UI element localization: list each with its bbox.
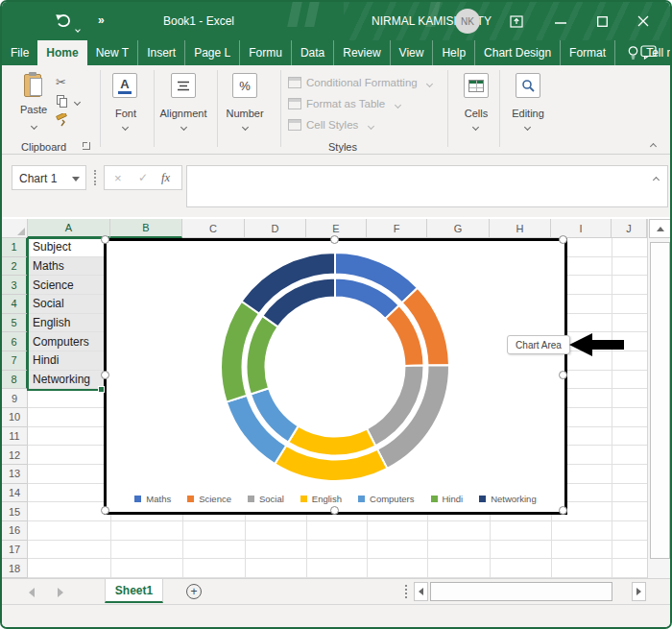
column-header-H[interactable]: H <box>490 219 551 238</box>
tab-formu[interactable]: Formu <box>240 40 292 65</box>
scroll-up-button[interactable] <box>649 219 671 238</box>
row-header-10[interactable]: 10 <box>2 408 28 427</box>
chart-legend[interactable]: MathsScienceSocialEnglishComputersHindiN… <box>107 494 564 504</box>
row-header-6[interactable]: 6 <box>2 332 28 351</box>
vertical-scrollbar[interactable] <box>647 219 672 578</box>
tab-data[interactable]: Data <box>292 40 334 65</box>
tab-view[interactable]: View <box>391 40 434 65</box>
chart-resize-handle[interactable] <box>101 506 109 515</box>
cells-chevron-icon[interactable] <box>472 124 479 131</box>
format-painter-button[interactable] <box>56 113 69 131</box>
avatar[interactable]: NK <box>455 9 480 34</box>
font-button[interactable]: A <box>112 73 137 98</box>
collapse-ribbon-icon[interactable] <box>650 143 657 150</box>
chart-resize-handle[interactable] <box>330 235 339 244</box>
alignment-chevron-icon[interactable] <box>180 124 187 131</box>
row-header-14[interactable]: 14 <box>2 484 28 503</box>
cell-A1[interactable]: Subject <box>29 238 109 256</box>
editing-button[interactable] <box>516 73 540 98</box>
legend-item-maths[interactable]: Maths <box>134 494 171 504</box>
cell-A5[interactable]: English <box>29 314 109 332</box>
column-header-J[interactable]: J <box>612 219 647 238</box>
doughnut-segment-English[interactable] <box>288 426 375 456</box>
font-chevron-icon[interactable] <box>122 124 129 131</box>
row-header-3[interactable]: 3 <box>2 276 28 295</box>
legend-item-science[interactable]: Science <box>187 494 231 504</box>
copy-button[interactable] <box>57 95 68 108</box>
column-header-F[interactable]: F <box>367 219 427 238</box>
new-sheet-button[interactable]: + <box>186 584 202 599</box>
row-header-13[interactable]: 13 <box>2 465 28 484</box>
chart-resize-handle[interactable] <box>101 371 109 379</box>
tab-new-t[interactable]: New T <box>87 40 138 65</box>
horizontal-scroll-thumb[interactable] <box>430 582 612 601</box>
row-header-15[interactable]: 15 <box>2 502 28 521</box>
row-header-17[interactable]: 17 <box>2 541 28 560</box>
cell-A2[interactable]: Maths <box>29 257 109 276</box>
undo-button[interactable] <box>55 12 72 33</box>
selection-fill-handle[interactable] <box>98 386 105 393</box>
comments-button[interactable] <box>640 45 657 63</box>
maximize-button[interactable] <box>588 7 616 36</box>
tab-page-l[interactable]: Page L <box>185 40 240 65</box>
row-header-2[interactable]: 2 <box>2 257 28 277</box>
legend-item-social[interactable]: Social <box>248 494 284 504</box>
row-header-9[interactable]: 9 <box>2 389 28 408</box>
quick-access-overflow-icon[interactable]: » <box>98 13 106 27</box>
column-header-G[interactable]: G <box>427 219 490 238</box>
legend-item-networking[interactable]: Networking <box>479 494 537 504</box>
name-box[interactable]: Chart 1 <box>12 165 86 190</box>
sheet-tab-sheet1[interactable]: Sheet1 <box>105 579 163 603</box>
chart-resize-handle[interactable] <box>559 506 567 515</box>
cells-button[interactable] <box>464 73 489 98</box>
next-sheet-icon[interactable] <box>58 588 63 597</box>
minimize-button[interactable] <box>546 7 575 36</box>
cell-A6[interactable]: Computers <box>29 332 109 351</box>
tab-home[interactable]: Home <box>37 40 86 65</box>
chart-resize-handle[interactable] <box>559 371 567 379</box>
legend-item-english[interactable]: English <box>300 494 342 504</box>
row-header-11[interactable]: 11 <box>2 427 28 447</box>
clipboard-dialog-launcher-icon[interactable] <box>83 142 90 150</box>
number-chevron-icon[interactable] <box>242 124 249 131</box>
tab-help[interactable]: Help <box>433 40 475 65</box>
row-header-12[interactable]: 12 <box>2 446 28 465</box>
row-header-7[interactable]: 7 <box>2 351 28 371</box>
row-header-4[interactable]: 4 <box>2 295 28 314</box>
prev-sheet-icon[interactable] <box>29 588 35 597</box>
row-header-5[interactable]: 5 <box>2 314 28 333</box>
tab-file[interactable]: File <box>2 40 37 65</box>
undo-dropdown-chevron-icon[interactable] <box>76 18 80 36</box>
editing-chevron-icon[interactable] <box>524 124 531 131</box>
row-header-16[interactable]: 16 <box>2 521 28 541</box>
legend-item-hindi[interactable]: Hindi <box>431 494 464 504</box>
column-header-A[interactable]: A <box>28 219 110 238</box>
paste-button[interactable]: Paste <box>17 72 50 143</box>
row-header-18[interactable]: 18 <box>2 559 28 578</box>
legend-item-computers[interactable]: Computers <box>358 494 414 504</box>
conditional-formatting-button[interactable]: Conditional Formatting <box>288 73 432 90</box>
tab-format[interactable]: Format <box>561 40 615 65</box>
tab-insert[interactable]: Insert <box>138 40 185 65</box>
cell-styles-button[interactable]: Cell Styles <box>288 115 373 133</box>
doughnut-chart-object[interactable]: MathsScienceSocialEnglishComputersHindiN… <box>104 238 567 515</box>
column-header-D[interactable]: D <box>245 219 306 238</box>
alignment-button[interactable] <box>171 73 196 98</box>
row-header-8[interactable]: 8 <box>2 371 28 390</box>
cancel-formula-icon[interactable]: × <box>114 171 122 185</box>
column-header-C[interactable]: C <box>182 219 245 238</box>
cell-A7[interactable]: Hindi <box>29 351 109 370</box>
select-all-corner[interactable] <box>2 219 28 238</box>
expand-formula-bar-icon[interactable] <box>653 177 660 183</box>
insert-function-icon[interactable]: fx <box>161 171 170 185</box>
close-button[interactable] <box>629 7 658 36</box>
formula-input[interactable] <box>186 165 668 207</box>
hscroll-left-button[interactable] <box>414 582 428 601</box>
chart-resize-handle[interactable] <box>559 235 567 244</box>
ribbon-display-options-button[interactable] <box>502 7 531 36</box>
copy-dropdown-chevron-icon[interactable] <box>74 99 81 106</box>
chart-resize-handle[interactable] <box>330 506 339 515</box>
chart-resize-handle[interactable] <box>101 235 109 244</box>
cut-icon[interactable]: ✂ <box>56 75 66 89</box>
format-as-table-button[interactable]: Format as Table <box>288 94 400 111</box>
